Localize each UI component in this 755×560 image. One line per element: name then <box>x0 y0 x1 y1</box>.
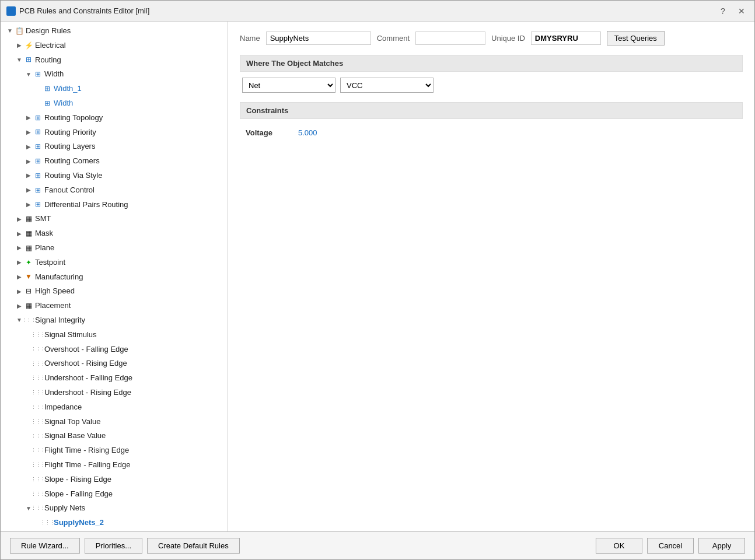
expand-width[interactable] <box>24 70 33 79</box>
tree-item-routing-topology[interactable]: ⊞ Routing Topology <box>1 111 228 125</box>
expand-placement[interactable] <box>15 302 24 311</box>
tree-label-smt: SMT <box>35 213 51 225</box>
apply-button[interactable]: Apply <box>698 538 745 554</box>
expand-diff-pairs[interactable] <box>24 200 33 209</box>
routing-topology-icon: ⊞ <box>33 113 43 123</box>
expand-routing-topology[interactable] <box>24 113 33 123</box>
signal-integrity-icon <box>24 316 33 325</box>
tree-label-signal-base-value: Signal Base Value <box>44 430 106 442</box>
expand-manufacturing[interactable] <box>15 272 24 282</box>
unique-id-input[interactable] <box>531 32 601 45</box>
tree-item-width[interactable]: ⊞ Width <box>1 67 228 82</box>
tree-label-routing-corners: Routing Corners <box>44 155 100 167</box>
tree-item-placement[interactable]: ▦ Placement <box>1 299 228 313</box>
tree-item-routing-priority[interactable]: ⊞ Routing Priority <box>1 125 228 140</box>
tree-label-mask: Mask <box>35 228 53 240</box>
right-panel: Name Comment Unique ID Test Queries Wher… <box>228 22 754 531</box>
help-button[interactable]: ? <box>716 4 730 18</box>
tree-item-signal-integrity[interactable]: Signal Integrity <box>1 313 228 328</box>
comment-input[interactable] <box>415 32 485 45</box>
tree-item-routing-layers[interactable]: ⊞ Routing Layers <box>1 139 228 154</box>
net-type-dropdown[interactable]: Net Net Class Layer Pad Component <box>242 78 335 93</box>
expand-plane[interactable] <box>15 243 24 253</box>
ok-button[interactable]: OK <box>596 538 642 554</box>
tree-item-manufacturing[interactable]: ▼ Manufacturing <box>1 270 228 285</box>
plane-icon: ▦ <box>24 243 33 253</box>
tree-item-flight-time-falling[interactable]: Flight Time - Falling Edge <box>1 458 228 473</box>
tree-label-electrical: Electrical <box>35 40 66 52</box>
overshoot-rising-icon <box>33 359 43 369</box>
tree-item-undershoot-rising[interactable]: Undershoot - Rising Edge <box>1 386 228 400</box>
signal-base-value-icon <box>33 432 43 441</box>
mask-icon: ▦ <box>24 229 33 239</box>
expand-routing[interactable] <box>15 55 24 65</box>
tree-label-flight-time-falling: Flight Time - Falling Edge <box>44 459 130 471</box>
tree-label-slope-rising: Slope - Rising Edge <box>44 474 111 486</box>
impedance-icon <box>33 402 43 412</box>
tree-item-smt[interactable]: ▦ SMT <box>1 212 228 226</box>
routing-icon: ⊞ <box>24 55 33 65</box>
expand-routing-corners[interactable] <box>24 157 33 166</box>
tree-item-slope-falling[interactable]: Slope - Falling Edge <box>1 487 228 502</box>
window-title: PCB Rules and Constraints Editor [mil] <box>19 6 149 15</box>
tree-label-plane: Plane <box>35 242 54 254</box>
expand-fanout-control[interactable] <box>24 186 33 195</box>
close-button[interactable]: ✕ <box>735 4 749 18</box>
slope-falling-icon <box>33 489 43 499</box>
tree-item-width1[interactable]: ⊞ Width_1 <box>1 82 228 96</box>
testpoint-icon: ✦ <box>24 258 33 267</box>
tree-label-impedance: Impedance <box>44 401 82 414</box>
expand-routing-via-style[interactable] <box>24 171 33 180</box>
expand-smt[interactable] <box>15 215 24 224</box>
tree-item-testpoint[interactable]: ✦ Testpoint <box>1 256 228 270</box>
tree-item-fanout-control[interactable]: ⊞ Fanout Control <box>1 183 228 198</box>
tree-item-signal-top-value[interactable]: Signal Top Value <box>1 415 228 429</box>
expand-testpoint[interactable] <box>15 258 24 267</box>
priorities-button[interactable]: Priorities... <box>85 538 142 554</box>
tree-item-signal-stimulus[interactable]: Signal Stimulus <box>1 328 228 342</box>
tree-item-electrical[interactable]: ⚡ Electrical <box>1 38 228 53</box>
expand-routing-priority[interactable] <box>24 128 33 137</box>
flight-time-rising-icon <box>33 446 43 456</box>
tree-item-routing-via-style[interactable]: ⊞ Routing Via Style <box>1 169 228 183</box>
routing-corners-icon: ⊞ <box>33 157 43 166</box>
create-default-rules-button[interactable]: Create Default Rules <box>147 538 240 554</box>
tree-item-signal-base-value[interactable]: Signal Base Value <box>1 429 228 443</box>
tree-item-supplynets2[interactable]: SupplyNets_2 <box>1 516 228 530</box>
tree-item-routing-corners[interactable]: ⊞ Routing Corners <box>1 154 228 169</box>
tree-item-routing[interactable]: ⊞ Routing <box>1 53 228 68</box>
where-object-row: Net Net Class Layer Pad Component VCC GN… <box>240 78 743 93</box>
tree-label-routing-layers: Routing Layers <box>44 141 95 153</box>
net-value-dropdown[interactable]: VCC GND All VDD <box>340 78 434 93</box>
tree-label-design-rules: Design Rules <box>26 25 71 37</box>
tree-item-overshoot-rising[interactable]: Overshoot - Rising Edge <box>1 356 228 371</box>
tree-item-overshoot-falling[interactable]: Overshoot - Falling Edge <box>1 342 228 357</box>
tree-item-plane[interactable]: ▦ Plane <box>1 241 228 256</box>
name-label: Name <box>240 34 260 43</box>
tree-item-mask[interactable]: ▦ Mask <box>1 226 228 241</box>
tree-item-width2[interactable]: ⊞ Width <box>1 96 228 111</box>
expand-design-rules[interactable] <box>5 26 15 36</box>
expand-electrical[interactable] <box>15 41 24 50</box>
constraints-section-header: Constraints <box>240 102 743 119</box>
expand-high-speed[interactable] <box>15 287 24 296</box>
expand-routing-layers[interactable] <box>24 142 33 152</box>
tree-item-flight-time-rising[interactable]: Flight Time - Rising Edge <box>1 443 228 458</box>
name-input[interactable] <box>266 32 371 45</box>
fanout-control-icon: ⊞ <box>33 186 43 195</box>
tree-item-diff-pairs[interactable]: ⊞ Differential Pairs Routing <box>1 198 228 212</box>
expand-mask[interactable] <box>15 229 24 239</box>
tree-item-design-rules[interactable]: 📋 Design Rules <box>1 24 228 38</box>
main-window: PCB Rules and Constraints Editor [mil] ?… <box>0 0 755 560</box>
tree-item-high-speed[interactable]: ⊟ High Speed <box>1 284 228 299</box>
tree-item-undershoot-falling[interactable]: Undershoot - Falling Edge <box>1 371 228 386</box>
tree-item-slope-rising[interactable]: Slope - Rising Edge <box>1 473 228 487</box>
cancel-button[interactable]: Cancel <box>647 538 694 554</box>
test-queries-button[interactable]: Test Queries <box>607 31 665 46</box>
tree-label-signal-integrity: Signal Integrity <box>35 314 85 327</box>
tree-item-impedance[interactable]: Impedance <box>1 400 228 415</box>
rule-wizard-button[interactable]: Rule Wizard... <box>10 538 80 554</box>
tree-item-supply-nets-parent[interactable]: Supply Nets <box>1 501 228 516</box>
supply-nets-parent-icon <box>33 504 43 513</box>
tree-label-manufacturing: Manufacturing <box>35 271 83 284</box>
